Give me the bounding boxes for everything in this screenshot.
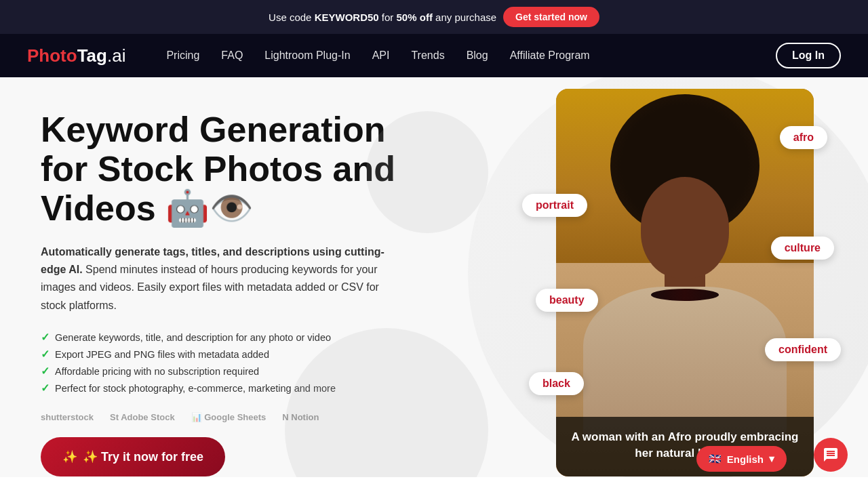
nav-blog[interactable]: Blog (467, 49, 488, 62)
hero-subtitle-bold: Automatically generate tags, titles, and… (41, 246, 384, 275)
login-button[interactable]: Log In (776, 43, 841, 68)
nav-api[interactable]: API (372, 49, 390, 62)
photo-card: A woman with an Afro proudly embracing h… (556, 89, 814, 476)
nav-links: Pricing FAQ Lightroom Plug-In API Trends… (166, 49, 776, 62)
portrait-visual: A woman with an Afro proudly embracing h… (556, 89, 814, 476)
navbar: PhotoTag.ai Pricing FAQ Lightroom Plug-I… (0, 34, 868, 77)
try-btn-label: ✨ Try it now for free (83, 449, 203, 464)
keyword-portrait: portrait (522, 194, 587, 217)
banner-text: Use code KEYWORD50 for 50% off any purch… (269, 12, 496, 23)
partner-google-sheets: 📊 Google Sheets (191, 412, 267, 422)
discount-text: 50% off (397, 12, 433, 23)
nav-affiliate[interactable]: Affiliate Program (510, 49, 590, 62)
partner-logos: shutterstock St Adobe Stock 📊 Google She… (41, 412, 401, 422)
nav-pricing[interactable]: Pricing (166, 49, 199, 62)
nav-faq[interactable]: FAQ (221, 49, 243, 62)
logo-ai: .ai (107, 45, 125, 66)
try-btn-icon: ✨ (62, 449, 77, 464)
partner-adobe-stock: St Adobe Stock (110, 412, 175, 422)
partner-shutterstock: shutterstock (41, 412, 94, 422)
body (583, 287, 787, 436)
language-selector[interactable]: 🇬🇧 English ▾ (696, 446, 787, 472)
banner-cta-button[interactable]: Get started now (503, 7, 599, 27)
nav-trends[interactable]: Trends (411, 49, 444, 62)
check-icon-1: ✓ (41, 331, 50, 344)
check-icon-4: ✓ (41, 382, 50, 394)
chevron-down-icon: ▾ (769, 453, 774, 465)
feature-label-3: Affordable pricing with no subscription … (55, 366, 259, 377)
chat-icon (823, 447, 839, 463)
eye-makeup (651, 289, 719, 301)
nav-lightroom[interactable]: Lightroom Plug-In (264, 49, 350, 62)
flag-icon: 🇬🇧 (709, 453, 722, 465)
language-label: English (727, 453, 764, 465)
hero-section: Keyword Generationfor Stock Photos andVi… (0, 77, 868, 477)
keyword-confident: confident (765, 338, 841, 361)
check-icon-3: ✓ (41, 365, 50, 378)
logo-photo: Photo (27, 45, 77, 66)
keyword-beauty: beauty (536, 289, 598, 312)
hero-right: A woman with an Afro proudly embracing h… (434, 77, 868, 477)
logo[interactable]: PhotoTag.ai (27, 45, 125, 66)
hero-left: Keyword Generationfor Stock Photos andVi… (0, 77, 434, 477)
feature-label-1: Generate keywords, title, and descriptio… (55, 332, 331, 343)
keyword-culture: culture (771, 237, 834, 260)
feature-label-2: Export JPEG and PNG files with metadata … (55, 349, 269, 360)
try-free-button[interactable]: ✨ ✨ Try it now for free (41, 437, 225, 476)
check-icon-2: ✓ (41, 348, 50, 361)
hero-subtitle: Automatically generate tags, titles, and… (41, 243, 393, 315)
chat-button[interactable] (814, 438, 848, 472)
partner-notion: N Notion (282, 412, 319, 422)
logo-tag: Tag (77, 45, 107, 66)
promo-code: KEYWORD50 (315, 12, 379, 23)
hero-title: Keyword Generationfor Stock Photos andVi… (41, 110, 401, 228)
top-banner: Use code KEYWORD50 for 50% off any purch… (0, 0, 868, 34)
face (641, 177, 729, 279)
keyword-afro: afro (780, 126, 827, 149)
keyword-black: black (529, 372, 584, 395)
